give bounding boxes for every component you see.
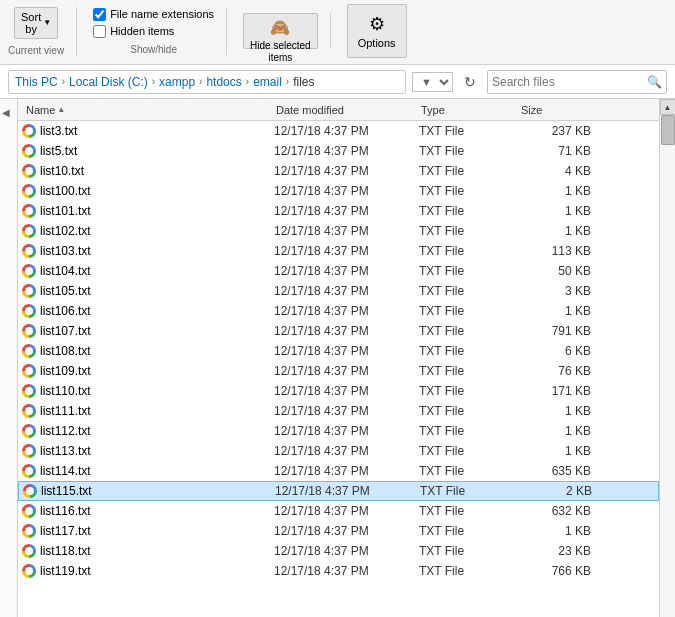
file-date: 12/17/18 4:37 PM: [274, 384, 419, 398]
col-header-type[interactable]: Type: [417, 99, 517, 120]
table-row[interactable]: list103.txt12/17/18 4:37 PMTXT File113 K…: [18, 241, 659, 261]
file-list: list3.txt12/17/18 4:37 PMTXT File237 KBl…: [18, 121, 659, 617]
table-row[interactable]: list116.txt12/17/18 4:37 PMTXT File632 K…: [18, 501, 659, 521]
file-type: TXT File: [420, 484, 520, 498]
table-row[interactable]: list119.txt12/17/18 4:37 PMTXT File766 K…: [18, 561, 659, 581]
search-input[interactable]: [492, 75, 647, 89]
breadcrumb-sep5: ›: [286, 76, 289, 87]
file-date: 12/17/18 4:37 PM: [274, 304, 419, 318]
table-row[interactable]: list106.txt12/17/18 4:37 PMTXT File1 KB: [18, 301, 659, 321]
path-dropdown[interactable]: ▼: [412, 72, 453, 92]
table-row[interactable]: list118.txt12/17/18 4:37 PMTXT File23 KB: [18, 541, 659, 561]
col-header-name[interactable]: Name ▲: [22, 99, 272, 120]
table-row[interactable]: list101.txt12/17/18 4:37 PMTXT File1 KB: [18, 201, 659, 221]
file-size: 171 KB: [519, 384, 599, 398]
search-box[interactable]: 🔍: [487, 70, 667, 94]
breadcrumb-sep2: ›: [152, 76, 155, 87]
file-icon: [22, 204, 36, 218]
file-type: TXT File: [419, 284, 519, 298]
file-icon: [22, 464, 36, 478]
table-row[interactable]: list113.txt12/17/18 4:37 PMTXT File1 KB: [18, 441, 659, 461]
file-date: 12/17/18 4:37 PM: [274, 244, 419, 258]
breadcrumb-local-disk[interactable]: Local Disk (C:): [69, 75, 148, 89]
file-date: 12/17/18 4:37 PM: [274, 404, 419, 418]
file-type: TXT File: [419, 204, 519, 218]
table-row[interactable]: list111.txt12/17/18 4:37 PMTXT File1 KB: [18, 401, 659, 421]
file-name: list116.txt: [40, 504, 274, 518]
table-row[interactable]: list109.txt12/17/18 4:37 PMTXT File76 KB: [18, 361, 659, 381]
file-date: 12/17/18 4:37 PM: [274, 284, 419, 298]
show-hide-group: File name extensions Hidden items Show/h…: [93, 8, 227, 55]
file-date: 12/17/18 4:37 PM: [275, 484, 420, 498]
table-row[interactable]: list100.txt12/17/18 4:37 PMTXT File1 KB: [18, 181, 659, 201]
file-date: 12/17/18 4:37 PM: [274, 164, 419, 178]
file-size: 1 KB: [519, 404, 599, 418]
file-type: TXT File: [419, 344, 519, 358]
table-row[interactable]: list108.txt12/17/18 4:37 PMTXT File6 KB: [18, 341, 659, 361]
file-size: 1 KB: [519, 304, 599, 318]
breadcrumb[interactable]: This PC › Local Disk (C:) › xampp › htdo…: [8, 70, 406, 94]
file-icon: [22, 284, 36, 298]
table-row[interactable]: list5.txt12/17/18 4:37 PMTXT File71 KB: [18, 141, 659, 161]
table-row[interactable]: list117.txt12/17/18 4:37 PMTXT File1 KB: [18, 521, 659, 541]
file-name: list112.txt: [40, 424, 274, 438]
hide-selected-icon: 🙈: [270, 18, 290, 37]
scroll-up-arrow[interactable]: ▲: [660, 99, 676, 115]
table-row[interactable]: list3.txt12/17/18 4:37 PMTXT File237 KB: [18, 121, 659, 141]
breadcrumb-htdocs[interactable]: htdocs: [206, 75, 241, 89]
file-size: 113 KB: [519, 244, 599, 258]
file-icon: [22, 344, 36, 358]
sort-label: Sort by: [21, 11, 41, 35]
file-name: list3.txt: [40, 124, 274, 138]
file-type: TXT File: [419, 164, 519, 178]
file-name: list117.txt: [40, 524, 274, 538]
col-header-size[interactable]: Size: [517, 99, 597, 120]
breadcrumb-this-pc[interactable]: This PC: [15, 75, 58, 89]
file-icon: [22, 524, 36, 538]
table-row[interactable]: list104.txt12/17/18 4:37 PMTXT File50 KB: [18, 261, 659, 281]
file-type: TXT File: [419, 504, 519, 518]
file-size: 237 KB: [519, 124, 599, 138]
file-type: TXT File: [419, 184, 519, 198]
table-row[interactable]: list107.txt12/17/18 4:37 PMTXT File791 K…: [18, 321, 659, 341]
table-row[interactable]: list105.txt12/17/18 4:37 PMTXT File3 KB: [18, 281, 659, 301]
file-name: list105.txt: [40, 284, 274, 298]
file-type: TXT File: [419, 124, 519, 138]
address-bar: This PC › Local Disk (C:) › xampp › htdo…: [0, 65, 675, 99]
table-row[interactable]: list110.txt12/17/18 4:37 PMTXT File171 K…: [18, 381, 659, 401]
file-type: TXT File: [419, 384, 519, 398]
sort-dropdown-icon: ▼: [43, 18, 51, 27]
scrollbar-vertical[interactable]: ▲ ▼: [659, 99, 675, 617]
sort-by-button[interactable]: Sort by ▼: [14, 7, 58, 39]
file-name-extensions-checkbox[interactable]: [93, 8, 106, 21]
file-date: 12/17/18 4:37 PM: [274, 524, 419, 538]
file-name: list111.txt: [40, 404, 274, 418]
file-icon: [22, 444, 36, 458]
column-headers: Name ▲ Date modified Type Size: [18, 99, 659, 121]
file-size: 1 KB: [519, 524, 599, 538]
file-icon: [22, 384, 36, 398]
table-row[interactable]: list114.txt12/17/18 4:37 PMTXT File635 K…: [18, 461, 659, 481]
file-name: list109.txt: [40, 364, 274, 378]
file-name-extensions-label: File name extensions: [110, 8, 214, 20]
scroll-track[interactable]: [660, 115, 675, 617]
file-date: 12/17/18 4:37 PM: [274, 264, 419, 278]
file-date: 12/17/18 4:37 PM: [274, 464, 419, 478]
breadcrumb-xampp[interactable]: xampp: [159, 75, 195, 89]
table-row[interactable]: list10.txt12/17/18 4:37 PMTXT File4 KB: [18, 161, 659, 181]
scroll-thumb[interactable]: [661, 115, 675, 145]
nav-collapse-arrow[interactable]: ◀: [2, 107, 10, 118]
hidden-items-checkbox[interactable]: [93, 25, 106, 38]
breadcrumb-email[interactable]: email: [253, 75, 282, 89]
col-header-date[interactable]: Date modified: [272, 99, 417, 120]
file-size: 23 KB: [519, 544, 599, 558]
options-button[interactable]: ⚙ Options: [347, 4, 407, 58]
table-row[interactable]: list115.txt12/17/18 4:37 PMTXT File2 KB: [18, 481, 659, 501]
file-icon: [22, 164, 36, 178]
table-row[interactable]: list112.txt12/17/18 4:37 PMTXT File1 KB: [18, 421, 659, 441]
file-type: TXT File: [419, 524, 519, 538]
hide-selected-button[interactable]: 🙈 Hide selected items: [243, 13, 318, 49]
refresh-button[interactable]: ↻: [459, 71, 481, 93]
file-size: 766 KB: [519, 564, 599, 578]
table-row[interactable]: list102.txt12/17/18 4:37 PMTXT File1 KB: [18, 221, 659, 241]
